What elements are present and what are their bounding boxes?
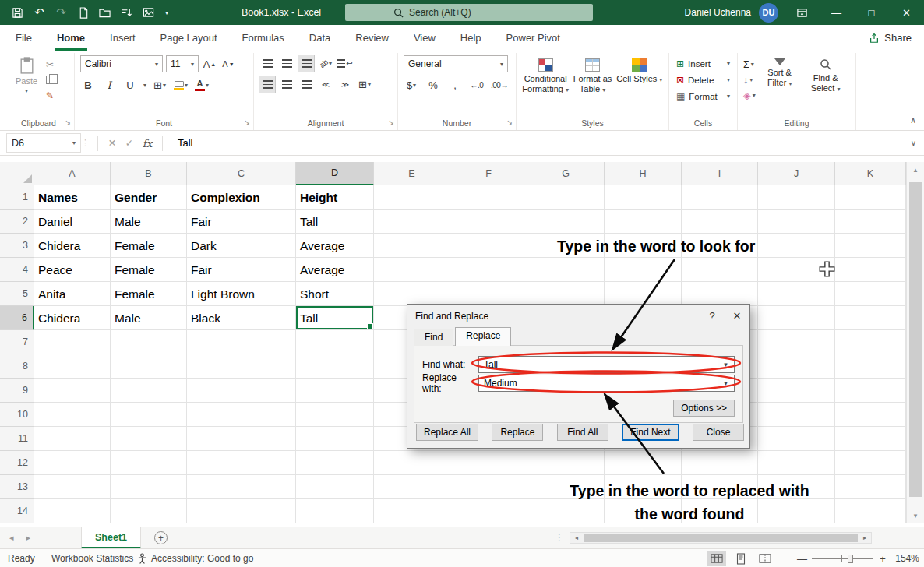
font-color-button[interactable]: A ▾ xyxy=(194,77,210,93)
cell-H2[interactable] xyxy=(605,210,682,234)
cell-F14[interactable] xyxy=(450,499,527,523)
cell-D4[interactable]: Average xyxy=(296,258,374,282)
save-icon[interactable] xyxy=(8,2,27,23)
cell-G4[interactable] xyxy=(527,258,605,282)
open-folder-icon[interactable] xyxy=(95,2,115,23)
insert-function-icon[interactable]: fx xyxy=(138,137,157,150)
find-all-button[interactable]: Find All xyxy=(557,424,608,441)
tab-review[interactable]: Review xyxy=(343,25,401,51)
clear-button[interactable]: ◈▾ xyxy=(743,89,756,102)
cell-E3[interactable] xyxy=(374,234,450,258)
bold-button[interactable]: B xyxy=(80,77,96,93)
scroll-up-icon[interactable]: ▴ xyxy=(907,162,924,178)
align-top-button[interactable] xyxy=(259,55,275,72)
tab-formulas[interactable]: Formulas xyxy=(230,25,297,51)
cell-G2[interactable] xyxy=(527,210,605,234)
cell-A3[interactable]: Chidera xyxy=(34,234,111,258)
cell-B1[interactable]: Gender xyxy=(111,185,187,210)
close-button[interactable]: ✕ xyxy=(889,0,924,25)
cell-styles-button[interactable]: Cell Styles ▾ xyxy=(616,55,663,94)
cell-C8[interactable] xyxy=(187,354,296,379)
cell-F4[interactable] xyxy=(450,258,527,282)
currency-button[interactable]: $▾ xyxy=(404,77,419,93)
format-cells-button[interactable]: ▦Format▾ xyxy=(675,88,732,104)
cell-B7[interactable] xyxy=(111,330,187,354)
fill-button[interactable]: ↓▾ xyxy=(743,73,756,86)
sort-icon[interactable] xyxy=(117,2,136,23)
cell-F12[interactable] xyxy=(450,451,527,475)
copy-button[interactable]: ▾ xyxy=(46,73,58,86)
redo-icon[interactable]: ↷ xyxy=(51,2,71,23)
cell-J11[interactable] xyxy=(758,427,835,451)
cell-K10[interactable] xyxy=(835,403,906,427)
percent-button[interactable]: % xyxy=(425,77,441,93)
column-header-G[interactable]: G xyxy=(527,162,605,185)
horizontal-scrollbar[interactable]: ◂ ▸ xyxy=(570,532,872,544)
cell-H1[interactable] xyxy=(605,185,682,210)
cell-D3[interactable]: Average xyxy=(296,234,374,258)
cell-A10[interactable] xyxy=(34,403,111,427)
cell-D1[interactable]: Height xyxy=(296,185,374,210)
cell-D7[interactable] xyxy=(296,330,374,354)
cell-K6[interactable] xyxy=(835,306,906,330)
cell-B8[interactable] xyxy=(111,354,187,379)
account-name[interactable]: Daniel Uchenna xyxy=(685,7,751,18)
cell-J1[interactable] xyxy=(758,185,835,210)
fill-color-button[interactable]: ▾ xyxy=(173,77,189,93)
new-sheet-icon[interactable]: + xyxy=(154,531,168,544)
decrease-decimal-button[interactable]: .00→ xyxy=(491,77,508,93)
increase-indent-button[interactable]: ≫ xyxy=(337,76,353,93)
cell-D13[interactable] xyxy=(296,475,374,499)
cell-J9[interactable] xyxy=(758,379,835,403)
tab-file[interactable]: File xyxy=(3,25,44,51)
scroll-down-icon[interactable]: ▾ xyxy=(907,508,924,523)
cell-A5[interactable]: Anita xyxy=(34,282,111,306)
column-header-I[interactable]: I xyxy=(682,162,758,185)
close-button[interactable]: Close xyxy=(693,424,744,441)
replace-all-button[interactable]: Replace All xyxy=(416,424,478,441)
align-center-button[interactable] xyxy=(279,76,294,93)
insert-cells-button[interactable]: ⊞Insert▾ xyxy=(675,55,732,72)
cell-D8[interactable] xyxy=(296,354,374,379)
cell-D5[interactable]: Short xyxy=(296,282,374,306)
cell-F13[interactable] xyxy=(450,475,527,499)
row-header-10[interactable]: 10 xyxy=(0,403,34,427)
cell-C4[interactable]: Fair xyxy=(187,258,296,282)
column-header-K[interactable]: K xyxy=(835,162,906,185)
find-next-button[interactable]: Find Next xyxy=(622,424,679,441)
cell-K4[interactable] xyxy=(835,258,906,282)
cell-G1[interactable] xyxy=(527,185,605,210)
cell-A14[interactable] xyxy=(34,499,111,523)
cell-A6[interactable]: Chidera xyxy=(34,306,111,330)
cell-D2[interactable]: Tall xyxy=(296,210,374,234)
cell-E12[interactable] xyxy=(374,451,450,475)
tab-insert[interactable]: Insert xyxy=(97,25,148,51)
accessibility-status[interactable]: Accessibility: Good to go xyxy=(137,549,253,567)
column-header-C[interactable]: C xyxy=(187,162,296,185)
dialog-close-icon[interactable]: ✕ xyxy=(725,305,749,327)
column-header-B[interactable]: B xyxy=(111,162,187,185)
underline-button[interactable]: U xyxy=(122,77,138,93)
cell-D11[interactable] xyxy=(296,427,374,451)
cell-J6[interactable] xyxy=(758,306,835,330)
cell-K7[interactable] xyxy=(835,330,906,354)
align-right-button[interactable] xyxy=(298,76,314,93)
underline-caret-icon[interactable]: ▾ xyxy=(143,82,146,89)
tab-splitter-grip[interactable]: ⋮ xyxy=(555,532,564,543)
dialog-tab-find[interactable]: Find xyxy=(414,329,453,346)
cell-F3[interactable] xyxy=(450,234,527,258)
format-painter-button[interactable]: ✎ xyxy=(46,89,58,102)
cell-A9[interactable] xyxy=(34,379,111,403)
cell-F1[interactable] xyxy=(450,185,527,210)
cell-B14[interactable] xyxy=(111,499,187,523)
find-what-dropdown-icon[interactable]: ▾ xyxy=(718,357,733,372)
cell-J2[interactable] xyxy=(758,210,835,234)
row-header-5[interactable]: 5 xyxy=(0,282,34,306)
minimize-button[interactable]: — xyxy=(819,0,854,25)
cell-C1[interactable]: Complexion xyxy=(187,185,296,210)
cell-C5[interactable]: Light Brown xyxy=(187,282,296,306)
row-header-14[interactable]: 14 xyxy=(0,499,34,523)
sheet-tab-sheet1[interactable]: Sheet1 xyxy=(81,527,141,548)
italic-button[interactable]: I xyxy=(101,77,117,93)
column-header-D[interactable]: D xyxy=(296,162,374,185)
